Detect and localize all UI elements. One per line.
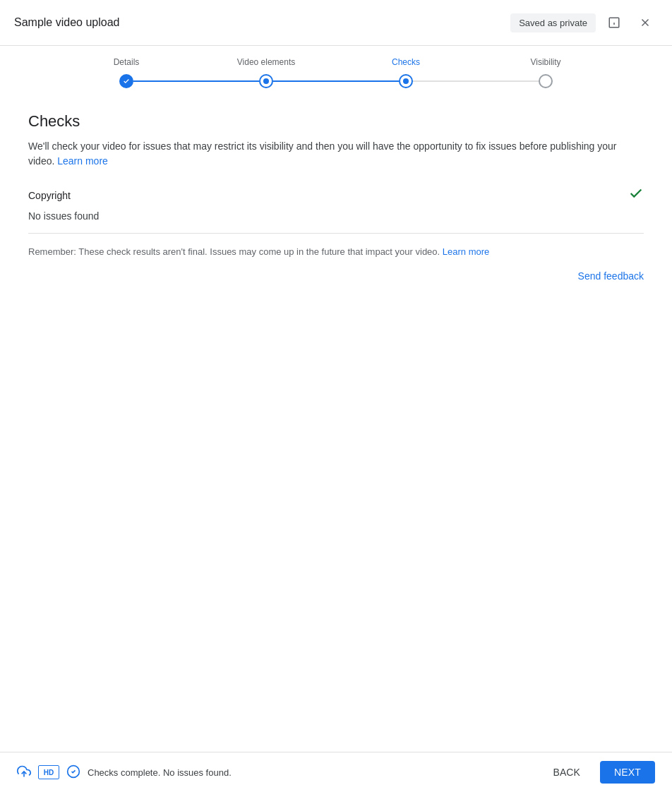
info-icon: [608, 16, 620, 29]
complete-check-icon: [66, 764, 80, 781]
copyright-title: Copyright: [28, 190, 71, 201]
upload-icon: [17, 764, 31, 781]
footer: HD Checks complete. No issues found. BAC…: [0, 752, 672, 792]
stepper-label-visibility: Visibility: [530, 57, 560, 67]
learn-more-link-1[interactable]: Learn more: [57, 155, 108, 167]
remember-text: Remember: These check results aren't fin…: [28, 245, 644, 259]
stepper-item-details[interactable]: Details: [56, 57, 196, 88]
stepper-item-checks[interactable]: Checks: [336, 57, 476, 88]
stepper-circle-video-elements: [259, 74, 273, 88]
checks-heading: Checks: [28, 112, 644, 131]
stepper-item-video-elements[interactable]: Video elements: [196, 57, 336, 88]
copyright-section: Copyright No issues found: [28, 186, 644, 222]
main-content: Checks We'll check your video for issues…: [0, 95, 672, 752]
back-button[interactable]: BACK: [541, 761, 592, 784]
stepper-circle-details: [119, 74, 133, 88]
info-button[interactable]: [601, 10, 627, 35]
saved-badge: Saved as private: [510, 13, 596, 32]
footer-status-text: Checks complete. No issues found.: [88, 767, 232, 778]
send-feedback-row: Send feedback: [28, 268, 644, 284]
checks-desc-text: We'll check your video for issues that m…: [28, 140, 616, 167]
stepper-dot-details: [56, 74, 196, 88]
stepper-dot-visibility: [476, 74, 616, 88]
stepper-label-checks: Checks: [392, 57, 420, 67]
checks-description: We'll check your video for issues that m…: [28, 139, 644, 169]
hd-badge: HD: [38, 765, 59, 779]
check-icon-details: [123, 78, 130, 85]
copyright-check-icon: [628, 186, 644, 205]
send-feedback-button[interactable]: Send feedback: [578, 268, 644, 284]
header-actions: Saved as private: [510, 10, 658, 35]
section-divider: [28, 233, 644, 234]
footer-right: BACK NEXT: [541, 761, 655, 784]
stepper-item-visibility[interactable]: Visibility: [476, 57, 616, 88]
close-icon: [639, 16, 652, 29]
stepper-label-video-elements: Video elements: [237, 57, 296, 67]
learn-more-link-2[interactable]: Learn more: [443, 246, 489, 257]
stepper-dot-checks: [336, 74, 476, 88]
remember-text-content: Remember: These check results aren't fin…: [28, 246, 440, 257]
stepper: Details Video elements Checks: [0, 46, 672, 95]
stepper-dot-video-elements: [196, 74, 336, 88]
copyright-header: Copyright: [28, 186, 644, 205]
stepper-circle-visibility: [539, 74, 553, 88]
stepper-label-details: Details: [114, 57, 140, 67]
next-button[interactable]: NEXT: [600, 761, 655, 784]
close-button[interactable]: [632, 10, 658, 35]
copyright-status: No issues found: [28, 210, 644, 222]
header: Sample video upload Saved as private: [0, 0, 672, 46]
footer-left: HD Checks complete. No issues found.: [17, 764, 232, 781]
stepper-circle-checks: [399, 74, 413, 88]
page-title: Sample video upload: [14, 16, 119, 29]
